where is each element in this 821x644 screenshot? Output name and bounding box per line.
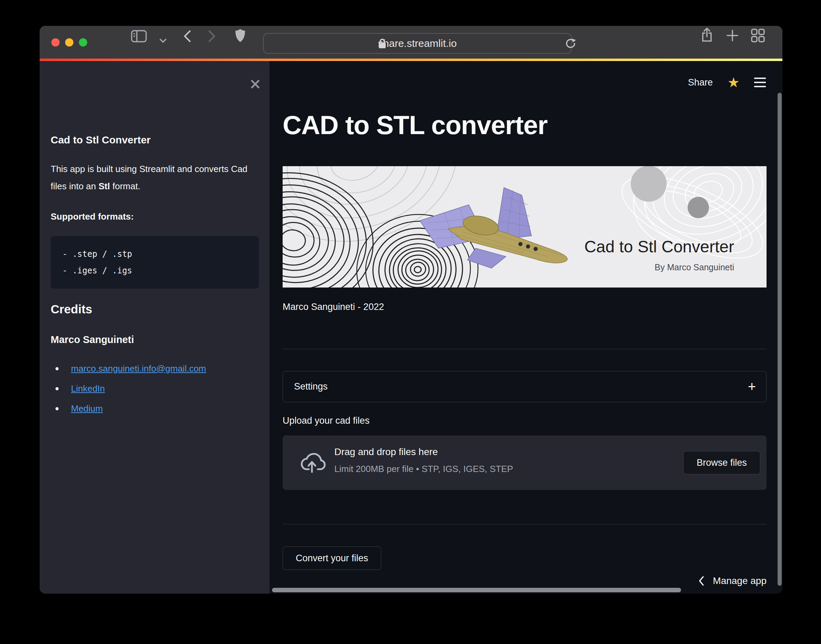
vertical-scrollbar[interactable] (778, 93, 782, 586)
browser-toolbar: share.streamlit.io (40, 26, 783, 59)
expander-label: Settings (294, 381, 328, 392)
sidebar-title: Cad to Stl Converter (51, 134, 151, 146)
app-decoration-bar (40, 58, 783, 61)
app-header-actions: Share ★ (688, 75, 766, 90)
banner-subtitle: By Marco Sanguineti (654, 262, 734, 272)
app-menu-button[interactable] (754, 78, 766, 87)
banner-image: Cad to Stl Converter By Marco Sanguineti (283, 166, 767, 288)
formats-code-block: - .step / .stp - .iges / .igs (51, 236, 259, 288)
manage-app-label: Manage app (713, 575, 767, 586)
banner-title: Cad to Stl Converter (584, 238, 734, 256)
bullet-icon (55, 367, 58, 370)
uploader-label: Upload your cad files (283, 416, 369, 426)
browser-window: share.streamlit.io Cad to Stl Converter … (40, 26, 783, 594)
expand-plus-icon: + (748, 379, 756, 394)
close-window-button[interactable] (51, 38, 60, 46)
cloud-upload-icon (298, 451, 326, 475)
chevron-left-icon (698, 576, 705, 586)
code-line: - .step / .stp (62, 246, 247, 262)
bullet-icon (55, 407, 58, 410)
supported-formats-heading: Supported formats: (51, 211, 134, 222)
credits-name: Marco Sanguineti (51, 334, 134, 345)
bullet-icon (55, 387, 58, 390)
dropzone-hint: Limit 200MB per file • STP, IGS, IGES, S… (334, 464, 513, 474)
divider (283, 349, 767, 349)
banner-circle-large (631, 166, 666, 202)
minimize-window-button[interactable] (65, 38, 74, 46)
browse-files-button[interactable]: Browse files (683, 451, 760, 474)
banner-circle-small (688, 197, 709, 218)
zoom-window-button[interactable] (79, 38, 87, 46)
list-item: marco.sanguineti.info@gmail.com (51, 362, 206, 376)
linkedin-link[interactable]: LinkedIn (71, 383, 105, 394)
manage-app-button[interactable]: Manage app (698, 575, 767, 586)
convert-files-button[interactable]: Convert your files (283, 546, 381, 570)
divider (283, 524, 767, 524)
dropzone-title: Drag and drop files here (334, 446, 438, 457)
file-dropzone[interactable]: Drag and drop files here Limit 200MB per… (283, 435, 767, 490)
lock-icon (378, 38, 386, 49)
url-text: share.streamlit.io (378, 38, 457, 49)
app-main: Share ★ CAD to STL converter (270, 61, 783, 594)
author-caption: Marco Sanguineti - 2022 (283, 302, 384, 312)
email-link[interactable]: marco.sanguineti.info@gmail.com (71, 363, 206, 374)
close-sidebar-button[interactable] (250, 79, 260, 89)
settings-expander[interactable]: Settings + (283, 371, 767, 402)
list-item: LinkedIn (51, 382, 105, 396)
app-share-button[interactable]: Share (688, 77, 713, 88)
horizontal-scrollbar[interactable] (272, 588, 681, 592)
code-line: - .iges / .igs (62, 262, 247, 279)
app-sidebar: Cad to Stl Converter This app is built u… (40, 61, 270, 594)
favorite-star-icon[interactable]: ★ (727, 75, 740, 89)
credits-heading: Credits (51, 302, 92, 316)
list-item: Medium (51, 402, 103, 416)
medium-link[interactable]: Medium (71, 403, 103, 414)
sidebar-description: This app is built using Streamlit and co… (51, 160, 257, 195)
url-bar[interactable]: share.streamlit.io (263, 33, 572, 54)
page-title: CAD to STL converter (283, 110, 547, 140)
